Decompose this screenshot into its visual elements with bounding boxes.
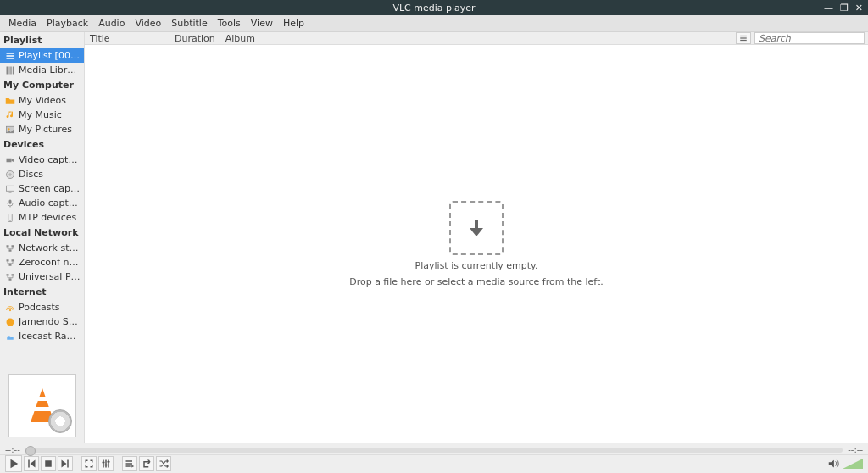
minimize-icon[interactable]: — [824,3,833,14]
playlist-columns: Title Duration Album [85,32,868,45]
stop-button[interactable] [41,456,56,471]
svg-rect-3 [7,66,9,74]
playlist-panel: Title Duration Album Playlist is current… [85,32,868,443]
sidebar: Playlist Playlist [00:00] Media Library … [0,32,85,443]
svg-rect-24 [9,278,12,280]
sidebar-item-label: My Music [19,109,62,120]
menu-media[interactable]: Media [3,16,42,31]
column-title[interactable]: Title [85,32,170,44]
sidebar-header-network: Local Network [0,225,84,241]
svg-rect-36 [108,461,110,463]
sidebar-item-upnp[interactable]: Universal Plug'n'Play [0,270,84,284]
playlist-button[interactable] [122,456,137,471]
svg-rect-32 [105,459,107,467]
sidebar-item-playlist[interactable]: Playlist [00:00] [0,48,84,63]
sidebar-item-label: Icecast Radio Directory [19,331,81,342]
menu-tools[interactable]: Tools [213,16,246,31]
sidebar-item-my-pictures[interactable]: My Pictures [0,122,84,136]
menu-help[interactable]: Help [278,16,309,31]
pictures-icon [5,125,15,135]
sidebar-item-label: Discs [19,169,43,180]
vlc-cone-art [8,374,76,437]
svg-rect-20 [12,259,14,261]
svg-rect-30 [45,460,52,467]
network-icon [5,243,15,253]
shuffle-button[interactable] [156,456,171,471]
sidebar-item-audio-capture[interactable]: Audio capture [0,196,84,210]
svg-rect-28 [740,37,747,38]
svg-rect-37 [126,460,133,462]
network-icon [5,258,15,268]
svg-rect-18 [9,249,12,251]
playlist-body[interactable]: Playlist is currently empty. Drop a file… [85,45,868,443]
loop-button[interactable] [139,456,154,471]
svg-rect-1 [7,55,14,57]
sidebar-item-label: Jamendo Selections [19,316,81,327]
svg-point-7 [8,128,9,130]
search-input[interactable] [754,32,865,44]
svg-rect-13 [9,199,12,203]
menu-subtitle[interactable]: Subtitle [166,16,212,31]
column-album[interactable]: Album [220,32,736,44]
svg-rect-12 [9,192,12,193]
svg-rect-35 [105,464,108,465]
empty-playlist-line2: Drop a file here or select a media sourc… [349,276,604,287]
sidebar-item-my-videos[interactable]: My Videos [0,93,84,108]
window-title: VLC media player [392,3,475,14]
jamendo-icon [5,317,15,327]
disc-icon [5,170,15,180]
sidebar-item-zeroconf[interactable]: Zeroconf network servi [0,255,84,270]
screen-icon [5,184,15,194]
view-toggle-button[interactable] [736,32,751,44]
play-button[interactable] [5,455,22,472]
menu-view[interactable]: View [246,16,278,31]
svg-rect-0 [7,53,14,54]
time-elapsed: --:-- [5,445,20,454]
volume-icon[interactable] [826,456,841,471]
sidebar-item-icecast[interactable]: Icecast Radio Directory [0,329,84,343]
svg-rect-4 [9,66,12,74]
sidebar-item-my-music[interactable]: My Music [0,108,84,122]
seek-slider[interactable] [25,448,843,453]
svg-rect-34 [103,461,105,463]
volume-slider[interactable] [843,459,863,469]
podcast-icon [5,303,15,313]
mic-icon [5,198,15,209]
network-icon [5,272,15,282]
extended-settings-button[interactable] [98,456,114,471]
controls-bar [0,454,868,473]
sidebar-item-media-library[interactable]: Media Library [0,63,84,77]
sidebar-item-screen-capture[interactable]: Screen capture [0,181,84,196]
sidebar-item-jamendo[interactable]: Jamendo Selections [0,314,84,329]
sidebar-item-label: Podcasts [19,302,60,313]
sidebar-item-mtp-devices[interactable]: MTP devices [0,210,84,225]
sidebar-item-label: Media Library [19,64,81,75]
svg-rect-23 [12,274,14,275]
svg-rect-21 [9,264,12,265]
svg-rect-17 [12,245,14,247]
sidebar-item-podcasts[interactable]: Podcasts [0,300,84,314]
sidebar-item-sap[interactable]: Network streams (SAP) [0,241,84,255]
playlist-icon [5,51,15,61]
menu-playback[interactable]: Playback [42,16,93,31]
menu-audio[interactable]: Audio [93,16,130,31]
previous-button[interactable] [24,456,39,471]
drop-zone[interactable] [449,201,504,255]
menu-video[interactable]: Video [130,16,166,31]
next-button[interactable] [58,456,73,471]
folder-icon [5,96,15,106]
column-duration[interactable]: Duration [170,32,220,44]
fullscreen-button[interactable] [81,456,97,471]
album-art-area [0,367,84,443]
svg-rect-2 [7,58,14,59]
maximize-icon[interactable]: ❐ [840,3,849,14]
sidebar-item-label: Screen capture [19,183,81,194]
time-remaining: --:-- [848,445,863,454]
svg-point-15 [9,220,11,221]
sidebar-item-discs[interactable]: Discs [0,167,84,181]
sidebar-item-label: Universal Plug'n'Play [19,271,81,282]
menu-bar: Media Playback Audio Video Subtitle Tool… [0,15,868,32]
svg-rect-16 [7,245,9,247]
sidebar-item-video-capture[interactable]: Video capture [0,153,84,167]
close-icon[interactable]: ✕ [855,3,863,14]
